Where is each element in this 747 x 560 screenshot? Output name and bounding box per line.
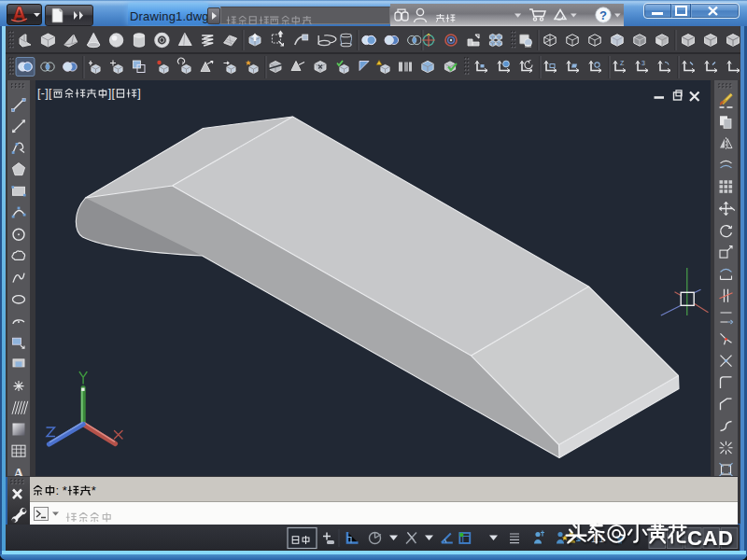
svg-text:CAD: CAD: [687, 525, 733, 549]
svg-text:A: A: [14, 466, 24, 476]
svg-text:?: ?: [599, 8, 607, 22]
svg-text:3: 3: [641, 60, 645, 66]
svg-text:Z: Z: [620, 60, 625, 66]
